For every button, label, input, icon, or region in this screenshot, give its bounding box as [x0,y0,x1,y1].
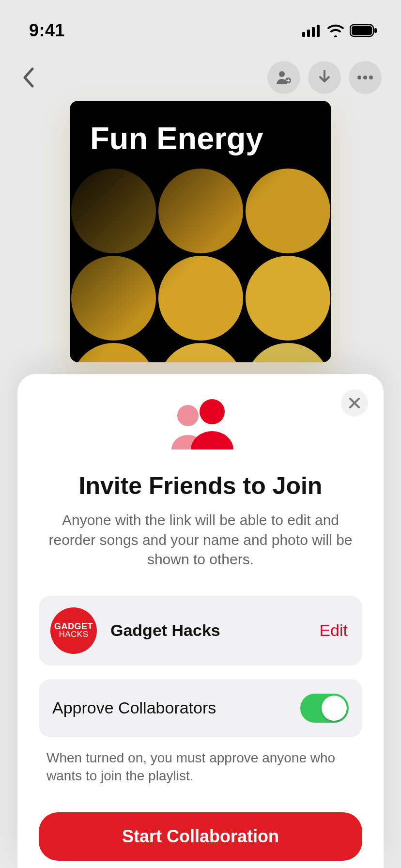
edit-button[interactable]: Edit [319,621,348,640]
approve-collaborators-row: Approve Collaborators [39,679,362,737]
svg-rect-1 [307,30,310,37]
sheet-description: Anyone with the link will be able to edi… [39,511,362,570]
status-indicators [302,24,378,37]
back-button[interactable] [15,63,44,92]
battery-icon [350,24,378,37]
close-button[interactable] [341,389,368,417]
ellipsis-icon [356,75,374,80]
svg-point-10 [363,76,367,79]
download-button[interactable] [308,61,341,94]
invite-sheet: Invite Friends to Join Anyone with the l… [17,374,384,868]
person-plus-icon [276,70,292,85]
start-collaboration-button[interactable]: Start Collaboration [39,812,362,861]
add-person-button[interactable] [267,61,300,94]
avatar-text-line2: HACKS [59,631,88,638]
svg-rect-5 [352,26,372,35]
sheet-title: Invite Friends to Join [39,472,362,500]
download-icon [317,69,332,86]
profile-card: GADGET HACKS Gadget Hacks Edit [39,596,362,666]
approve-collaborators-description: When turned on, you must approve anyone … [39,746,362,786]
nav-header [0,53,401,97]
svg-point-12 [177,405,199,426]
svg-rect-3 [317,25,320,37]
approve-collaborators-toggle[interactable] [300,694,349,723]
svg-rect-2 [312,27,315,37]
profile-name: Gadget Hacks [110,621,319,640]
svg-point-9 [357,76,361,79]
approve-collaborators-label: Approve Collaborators [52,698,216,717]
close-icon [348,397,361,409]
svg-rect-0 [302,32,305,37]
status-time: 9:41 [29,20,65,41]
more-button[interactable] [349,61,382,94]
avatar: GADGET HACKS [50,607,97,654]
playlist-title: Fun Energy [90,120,263,156]
svg-point-11 [369,76,373,79]
chevron-left-icon [22,67,36,88]
people-icon [39,398,362,451]
svg-point-7 [279,71,285,77]
cellular-icon [302,24,322,37]
status-bar: 9:41 [0,0,401,53]
wifi-icon [326,24,345,37]
playlist-artwork-container: Fun Energy [0,97,401,362]
svg-rect-6 [374,28,377,33]
playlist-artwork[interactable]: Fun Energy [70,101,331,362]
svg-point-13 [200,399,225,424]
